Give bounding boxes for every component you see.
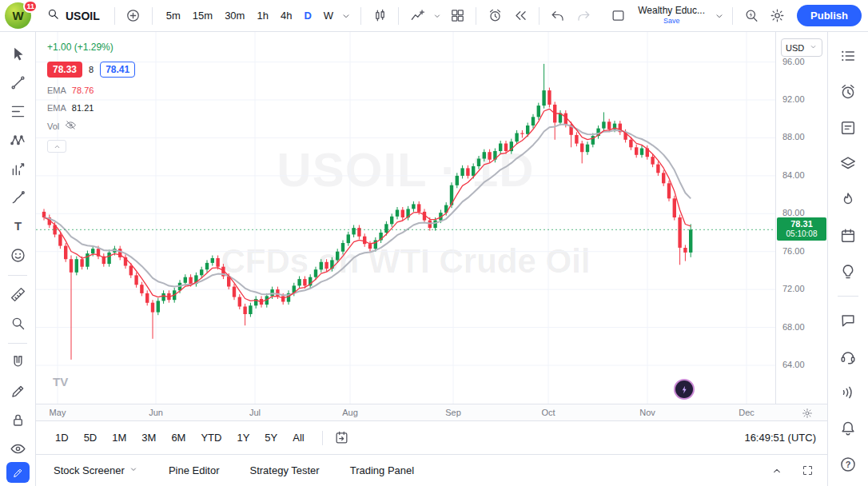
range-5y[interactable]: 5Y [260, 429, 282, 446]
panel-maximize-button[interactable] [798, 462, 816, 480]
price-axis-label: 88.00 [782, 132, 805, 141]
time-axis-month: May [50, 408, 66, 417]
interval-5m[interactable]: 5m [161, 6, 186, 25]
interval-d[interactable]: D [298, 6, 317, 25]
notifications-button[interactable] [834, 415, 862, 442]
hide-drawings-tool[interactable] [4, 435, 31, 462]
legend-collapse-button[interactable] [47, 140, 66, 153]
chevron-down-icon [809, 42, 818, 53]
app-logo[interactable]: W11 [3, 2, 37, 30]
multichart-layout-button[interactable] [445, 4, 469, 28]
indicators-button[interactable] [405, 4, 429, 28]
fib-retracement-tool[interactable] [4, 98, 31, 125]
chevron-down-icon [129, 464, 138, 476]
range-5d[interactable]: 5D [79, 429, 102, 446]
forecast-tool[interactable] [4, 155, 31, 182]
time-scale[interactable]: MayJunJulAugSepOctNovDec [36, 404, 827, 421]
hotlists-button[interactable] [834, 186, 862, 213]
symbol-search-button[interactable]: USOIL [38, 4, 108, 28]
measure-tool[interactable] [4, 281, 31, 308]
redo-button[interactable] [571, 4, 595, 28]
toolbar-separator [476, 7, 476, 25]
currency-selector[interactable]: USD [781, 38, 822, 57]
zoom-tool[interactable] [4, 309, 31, 337]
range-1m[interactable]: 1M [107, 429, 131, 446]
price-axis-label: 96.00 [782, 57, 805, 66]
alerts-button[interactable] [834, 78, 862, 106]
magnet-tool[interactable] [4, 349, 31, 376]
emoji-tool[interactable] [4, 241, 31, 269]
ideas-button[interactable] [834, 258, 862, 285]
drawing-panel-toggle[interactable] [6, 462, 30, 483]
time-axis-settings-button[interactable] [802, 408, 813, 422]
go-to-date-button[interactable] [330, 426, 354, 450]
notification-count-badge: 11 [23, 0, 38, 13]
interval-4h[interactable]: 4h [275, 6, 297, 25]
range-6m[interactable]: 6M [166, 429, 190, 446]
layout-name-button[interactable]: Wealthy Educ...Save [631, 4, 711, 26]
quick-search-button[interactable] [739, 4, 763, 28]
sell-button[interactable]: 78.33 [47, 62, 82, 78]
time-axis-month: Dec [739, 408, 755, 417]
toolbar-separator [398, 7, 399, 25]
tab-trading-panel[interactable]: Trading Panel [350, 464, 414, 476]
time-axis-month: Jun [149, 408, 163, 417]
range-1d[interactable]: 1D [50, 429, 74, 446]
watchlist-button[interactable] [834, 42, 862, 70]
tab-stock-screener[interactable]: Stock Screener [54, 464, 138, 476]
chart-pane: USOIL · 1D CFDs on WTI Crude Oil +1.00 (… [36, 32, 775, 404]
range-ytd[interactable]: YTD [196, 429, 226, 446]
interval-15m[interactable]: 15m [187, 6, 218, 25]
create-alert-button[interactable] [483, 4, 507, 28]
pattern-tool[interactable] [4, 126, 31, 153]
text-tool[interactable]: T [4, 213, 31, 240]
layout-thumbnail-button[interactable] [606, 4, 630, 28]
help-button[interactable]: ? [834, 451, 862, 478]
clock-utc[interactable]: 16:49:51 (UTC) [744, 432, 819, 444]
price-axis-label: 72.00 [782, 284, 805, 293]
chart-style-button[interactable] [368, 4, 392, 28]
data-window-button[interactable] [834, 114, 862, 141]
sidebar-divider [838, 296, 858, 297]
toolbar-separator [152, 7, 153, 25]
bar-replay-button[interactable] [508, 4, 532, 28]
range-3m[interactable]: 3M [137, 429, 161, 446]
range-all[interactable]: All [288, 429, 309, 446]
bottom-panel: Stock ScreenerPine EditorStrategy Tester… [36, 454, 827, 486]
interval-1h[interactable]: 1h [251, 6, 273, 25]
price-scale[interactable]: USD 96.0092.0088.0084.0080.0076.0072.006… [775, 32, 827, 404]
spread-value: 8 [89, 65, 94, 74]
layout-menu-caret-icon[interactable] [713, 4, 726, 28]
range-1y[interactable]: 1Y [232, 429, 254, 446]
draw-tool[interactable] [4, 377, 31, 404]
tab-pine-editor[interactable]: Pine Editor [169, 464, 220, 476]
streams-button[interactable] [834, 379, 862, 406]
trading-platform: W11USOIL5m15m30m1h4hDWWealthy Educ...Sav… [0, 0, 868, 486]
indicators-button-caret-icon[interactable] [431, 4, 444, 28]
lock-drawings-tool[interactable] [4, 406, 31, 433]
settings-button[interactable] [765, 4, 789, 28]
volume-hidden-eye-icon[interactable] [65, 119, 77, 133]
calendar-button[interactable] [834, 222, 862, 249]
undo-button[interactable] [546, 4, 570, 28]
price-change: +1.00 (+1.29%) [47, 42, 135, 53]
support-button[interactable] [834, 343, 862, 370]
panel-collapse-button[interactable] [768, 462, 786, 480]
publish-button[interactable]: Publish [797, 5, 862, 26]
trend-line-tool[interactable] [4, 69, 31, 96]
tab-strategy-tester[interactable]: Strategy Tester [249, 464, 319, 476]
ema-slow-legend: EMA 81.21 [47, 103, 135, 113]
event-badge-icon[interactable] [675, 380, 693, 398]
interval-30m[interactable]: 30m [219, 6, 250, 25]
add-symbol-button[interactable] [121, 4, 145, 28]
top-toolbar: W11USOIL5m15m30m1h4hDWWealthy Educ...Sav… [0, 0, 868, 32]
chat-button[interactable] [834, 307, 862, 334]
interval-w[interactable]: W [318, 6, 339, 25]
brush-tool[interactable] [4, 184, 31, 211]
time-axis-month: Jul [249, 408, 261, 417]
buy-button[interactable]: 78.41 [100, 62, 135, 78]
interval-menu-caret-icon[interactable] [340, 4, 352, 28]
chart-canvas[interactable] [36, 32, 775, 404]
cursor-tool[interactable] [4, 40, 31, 67]
object-tree-button[interactable] [834, 150, 862, 177]
